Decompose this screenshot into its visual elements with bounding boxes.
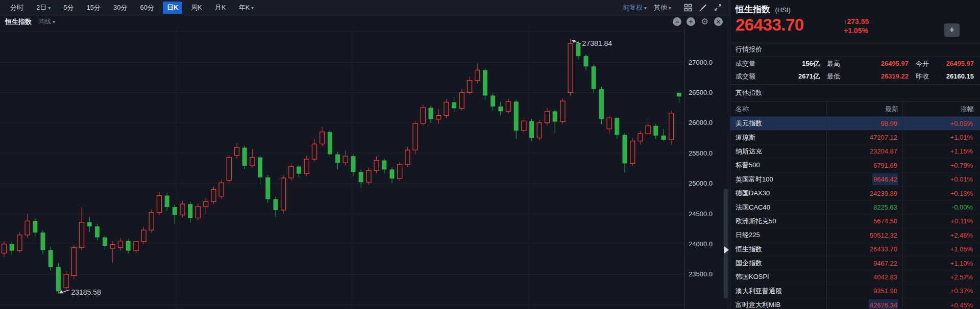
close-icon[interactable]: ✕ — [714, 17, 723, 26]
quote-value: 156亿 — [764, 59, 820, 68]
period-30分[interactable]: 30分 — [109, 2, 131, 14]
quote-label: 最低 — [827, 72, 848, 81]
period-分时[interactable]: 分时 — [6, 2, 28, 14]
high-annotation: 27381.84 — [582, 39, 612, 47]
y-axis-label: 25500.0 — [689, 149, 713, 157]
y-axis-label: 25000.0 — [689, 179, 713, 187]
quote-label: 最高 — [827, 59, 848, 68]
index-last: 5674.50 — [872, 215, 898, 227]
zoom-out-icon[interactable]: − — [673, 17, 681, 26]
index-change: +0.01% — [949, 173, 974, 185]
zoom-in-icon[interactable]: + — [687, 17, 695, 26]
settings-gear-icon[interactable]: ⚙ — [700, 17, 709, 26]
index-last: 9351.90 — [872, 285, 898, 297]
price-change: ↑273.55 — [844, 17, 869, 25]
adjust-mode-dropdown[interactable]: 前复权▾ — [623, 3, 647, 12]
index-last: 98.99 — [879, 118, 898, 130]
ma-line-dropdown[interactable]: 均线▾ — [39, 17, 55, 26]
index-name: 欧洲斯托克50 — [736, 217, 822, 226]
quote-grid: 成交量156亿最高26495.97今开26495.97成交额2671亿最低263… — [730, 57, 980, 83]
index-row-韩国KOSPI[interactable]: 韩国KOSPI4042.83+2.57% — [730, 270, 980, 284]
index-change: +1.05% — [949, 243, 974, 255]
col-last: 最新 — [822, 105, 898, 114]
index-row-法国CAC40[interactable]: 法国CAC408225.63-0.00% — [730, 200, 980, 214]
quote-value: 2671亿 — [764, 72, 820, 81]
period-15分[interactable]: 15分 — [83, 2, 105, 14]
index-last: 9646.42 — [872, 173, 898, 185]
other-dropdown[interactable]: 其他▾ — [654, 3, 671, 12]
draw-brush-icon[interactable] — [698, 3, 708, 13]
period-60分[interactable]: 60分 — [136, 2, 158, 14]
index-row-英国富时100[interactable]: 英国富时1009646.42+0.01% — [730, 173, 980, 187]
index-name: 德国DAX30 — [736, 189, 822, 198]
index-row-日经225[interactable]: 日经22550512.32+2.46% — [730, 228, 980, 242]
chevron-down-icon: ▾ — [644, 5, 647, 11]
quote-value: 26160.15 — [937, 72, 974, 80]
chevron-down-icon: ▾ — [251, 5, 254, 11]
chart-scrollbar[interactable] — [724, 189, 728, 298]
index-row-恒生指数[interactable]: 恒生指数26433.70+1.05% — [730, 243, 980, 256]
quote-value: 26319.22 — [848, 72, 909, 80]
period-5分[interactable]: 5分 — [59, 2, 78, 14]
index-last: 26433.70 — [869, 243, 898, 255]
price-change-percent: +1.05% — [844, 27, 869, 35]
index-change: +1.01% — [949, 132, 974, 143]
index-name: 恒生指数 — [736, 5, 770, 14]
layout-grid-icon[interactable] — [683, 3, 693, 13]
index-last: 23204.87 — [869, 145, 898, 157]
candlestick-chart[interactable]: 27000.026500.026000.025500.025000.024500… — [0, 28, 730, 309]
index-change: +0.11% — [950, 215, 974, 227]
index-last: 8225.63 — [872, 201, 898, 213]
quote-row: 成交额2671亿最低26319.22昨收26160.15 — [730, 70, 980, 83]
index-name: 英国富时100 — [736, 175, 822, 184]
table-header-row: 名称 最新 涨幅 — [730, 101, 980, 117]
period-年K[interactable]: 年K▾ — [235, 2, 258, 14]
y-axis-label: 27000.0 — [689, 59, 713, 66]
toolbar-right: 前复权▾ 其他▾ — [623, 3, 730, 13]
y-axis-label: 24500.0 — [689, 210, 713, 218]
y-axis-label: 24000.0 — [689, 240, 713, 248]
index-name: 富时意大利MIB — [736, 300, 822, 309]
current-index-marker-icon[interactable] — [724, 246, 729, 253]
panel-title: 恒生指数 (HSI) — [730, 0, 980, 15]
index-name: 韩国KOSPI — [736, 272, 822, 281]
index-change: +1.15% — [949, 145, 974, 157]
add-to-watchlist-button[interactable]: + — [944, 23, 960, 37]
chevron-down-icon: ▾ — [53, 19, 55, 24]
period-月K[interactable]: 月K — [211, 2, 230, 14]
period-2日[interactable]: 2日▾ — [32, 2, 55, 14]
index-row-富时意大利MIB[interactable]: 富时意大利MIB42676.34+0.45% — [730, 298, 980, 309]
index-change: +2.46% — [949, 229, 974, 241]
index-last: 24239.89 — [869, 188, 898, 199]
index-last: 50512.32 — [869, 229, 898, 241]
index-change: +0.45% — [949, 299, 974, 309]
index-row-标普500[interactable]: 标普5006791.69+0.79% — [730, 159, 980, 172]
quote-row: 成交量156亿最高26495.97今开26495.97 — [730, 57, 980, 70]
index-change: +0.05% — [949, 118, 974, 130]
column-divider — [826, 101, 827, 309]
index-row-德国DAX30[interactable]: 德国DAX3024239.89+0.13% — [730, 187, 980, 200]
index-name: 纳斯达克 — [736, 147, 822, 156]
quote-value: 26495.97 — [848, 60, 909, 67]
period-buttons: 分时2日▾5分15分30分60分日K周K月K年K▾ — [6, 2, 262, 14]
chevron-down-icon: ▾ — [669, 5, 671, 11]
indices-section-header: 其他指数 — [730, 85, 980, 101]
index-row-纳斯达克[interactable]: 纳斯达克23204.87+1.15% — [730, 145, 980, 159]
col-name: 名称 — [736, 105, 822, 114]
index-last: 42676.34 — [869, 299, 898, 309]
index-row-道琼斯[interactable]: 道琼斯47207.12+1.01% — [730, 131, 980, 144]
period-toolbar: 分时2日▾5分15分30分60分日K周K月K年K▾ 前复权▾ 其他▾ — [0, 0, 730, 15]
index-row-国企指数[interactable]: 国企指数9467.22+1.10% — [730, 256, 980, 270]
period-周K[interactable]: 周K — [187, 2, 206, 14]
index-row-澳大利亚普通股[interactable]: 澳大利亚普通股9351.90+0.37% — [730, 285, 980, 298]
indices-table: 名称 最新 涨幅 美元指数98.99+0.05%道琼斯47207.12+1.01… — [730, 101, 980, 309]
index-name: 美元指数 — [736, 119, 822, 128]
trading-app: 分时2日▾5分15分30分60分日K周K月K年K▾ 前复权▾ 其他▾ 恒生指数 … — [0, 0, 980, 309]
last-price: 26433.70 — [736, 15, 804, 35]
low-annotation: 23185.58 — [71, 288, 101, 296]
quote-section-header: 行情报价 — [730, 42, 980, 57]
index-row-美元指数[interactable]: 美元指数98.99+0.05% — [730, 117, 980, 131]
period-日K[interactable]: 日K — [163, 2, 182, 14]
index-row-欧洲斯托克50[interactable]: 欧洲斯托克505674.50+0.11% — [730, 215, 980, 228]
fullscreen-icon[interactable] — [713, 3, 723, 13]
